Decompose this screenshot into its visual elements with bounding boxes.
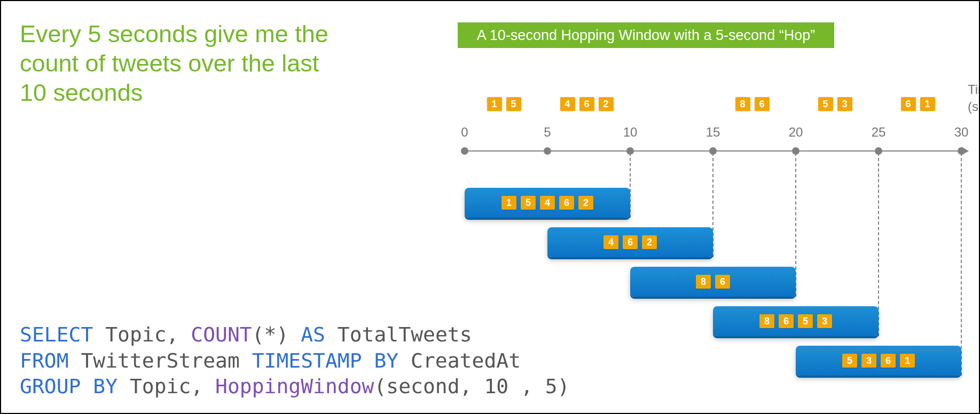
hopping-window: 8653 bbox=[713, 306, 879, 336]
sql-kw-from: FROM bbox=[20, 349, 69, 372]
window-chip: 4 bbox=[540, 196, 555, 210]
headline: Every 5 seconds give me the count of twe… bbox=[20, 20, 330, 108]
event-chip: 5 bbox=[506, 97, 521, 111]
timeline-tick-label: 20 bbox=[789, 125, 803, 140]
timeline-tick bbox=[461, 147, 468, 155]
timeline-tick-label: 30 bbox=[954, 125, 969, 140]
diagram-banner: A 10-second Hopping Window with a 5-seco… bbox=[458, 22, 834, 48]
window-chip: 6 bbox=[623, 235, 638, 249]
sql-text: (*) bbox=[252, 323, 301, 346]
timeline-tick-label: 25 bbox=[872, 125, 886, 140]
event-chip: 6 bbox=[579, 97, 594, 111]
window-chip: 5 bbox=[842, 354, 857, 368]
sql-fn-hoppingwindow: HoppingWindow bbox=[215, 375, 374, 398]
event-chip: 5 bbox=[818, 97, 833, 111]
sql-text: CreatedAt bbox=[398, 349, 521, 372]
timeline-tick-label: 15 bbox=[706, 125, 720, 140]
slide: Every 5 seconds give me the count of twe… bbox=[0, 0, 980, 414]
timeline-tick-label: 0 bbox=[461, 125, 468, 140]
sql-text: (second, 10 , 5) bbox=[374, 375, 569, 398]
axis-label-secs: (secs) bbox=[968, 99, 980, 114]
sql-fn-count: COUNT bbox=[191, 323, 252, 346]
window-chip: 3 bbox=[817, 314, 832, 328]
sql-text: TotalTweets bbox=[325, 323, 472, 346]
sql-kw-as: AS bbox=[301, 323, 325, 346]
sql-kw-groupby: GROUP BY bbox=[20, 375, 117, 398]
window-chip: 5 bbox=[798, 314, 813, 328]
window-chip: 5 bbox=[521, 196, 536, 210]
event-chip-row: 15 bbox=[487, 97, 526, 112]
sql-text: Topic, bbox=[93, 323, 191, 346]
event-chip-row: 61 bbox=[901, 97, 939, 112]
window-chip: 4 bbox=[603, 235, 618, 249]
hopping-window: 86 bbox=[630, 267, 796, 297]
window-chip: 6 bbox=[559, 196, 574, 210]
sql-kw-select: SELECT bbox=[20, 323, 93, 346]
axis-label-time: Time bbox=[968, 82, 980, 97]
window-chip: 3 bbox=[861, 354, 876, 368]
hopping-window: 5361 bbox=[796, 346, 961, 376]
event-chip-row: 462 bbox=[560, 97, 618, 112]
event-chip: 1 bbox=[487, 97, 502, 111]
sql-kw-timestampby: TIMESTAMP BY bbox=[252, 349, 399, 372]
event-chip: 3 bbox=[837, 97, 852, 111]
event-chip-row: 86 bbox=[735, 97, 774, 112]
window-chip: 6 bbox=[881, 354, 896, 368]
window-chip: 2 bbox=[578, 196, 593, 210]
event-chip: 4 bbox=[560, 97, 575, 111]
sql-text: Topic, bbox=[117, 375, 215, 398]
window-boundary-line bbox=[961, 153, 962, 376]
timeline: 051015202530 bbox=[465, 145, 975, 166]
window-chip: 8 bbox=[696, 275, 711, 289]
hopping-window: 15462 bbox=[465, 188, 630, 218]
event-chip-row: 53 bbox=[818, 97, 857, 112]
window-chip: 6 bbox=[779, 314, 794, 328]
window-chip: 1 bbox=[501, 196, 516, 210]
window-chip: 1 bbox=[900, 354, 915, 368]
timeline-tick bbox=[544, 147, 551, 155]
hopping-window: 462 bbox=[547, 227, 713, 257]
window-chip: 8 bbox=[759, 314, 774, 328]
event-chip: 8 bbox=[735, 97, 750, 111]
window-chip: 2 bbox=[642, 235, 657, 249]
timeline-tick-label: 5 bbox=[544, 125, 551, 140]
sql-snippet: SELECT Topic, COUNT(*) AS TotalTweets FR… bbox=[20, 322, 570, 400]
event-chip: 1 bbox=[920, 97, 935, 111]
sql-text: TwitterStream bbox=[69, 349, 252, 372]
event-chip: 6 bbox=[901, 97, 916, 111]
window-chip: 6 bbox=[715, 275, 730, 289]
event-chip: 2 bbox=[599, 97, 614, 111]
event-chip: 6 bbox=[755, 97, 770, 111]
timeline-tick-label: 10 bbox=[623, 125, 638, 140]
